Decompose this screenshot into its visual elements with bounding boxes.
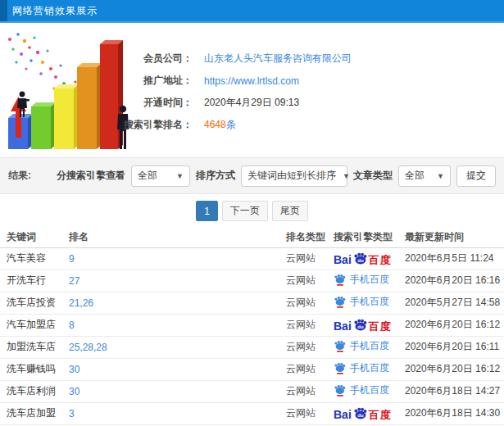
rank-count-value: 4648条: [204, 118, 236, 132]
mobile-baidu-paw-icon: [334, 340, 346, 352]
baidu-logo-cn-text: 百度: [369, 321, 392, 332]
submit-button[interactable]: 提交: [456, 165, 496, 187]
promo-url-link[interactable]: https://www.lrtlsd.com: [204, 75, 299, 87]
info-row-open-time: 开通时间： 2020年4月29日 09:13: [115, 92, 500, 114]
rank-type-cell: 云网站: [283, 336, 330, 358]
open-time-value: 2020年4月29日 09:13: [204, 96, 299, 110]
updated-cell: 2020年6月20日 16:16: [402, 270, 504, 292]
rank-cell: 21,26: [66, 292, 283, 314]
result-label: 结果:: [8, 169, 31, 183]
table-row: 洗车店加盟 3 云网站 Bai du 百度: [0, 402, 504, 424]
mobile-baidu-badge: 手机百度: [334, 361, 389, 375]
engine-cell: Bai du 百度: [330, 336, 402, 358]
baidu-logo: Bai du 百度: [334, 252, 392, 265]
table-row: 洗车赚钱吗 30 云网站 Bai du 百度: [0, 358, 504, 380]
updated-cell: 2020年6月20日 16:11: [402, 336, 504, 358]
rank-cell: 25,28,28: [66, 336, 283, 358]
baidu-logo-bai-text: Bai: [334, 254, 352, 265]
page-1-button[interactable]: 1: [196, 201, 218, 221]
rank-cell: 9: [66, 247, 283, 270]
article-type-value: 全部: [405, 169, 425, 183]
table-header-row: 关键词 排名 排名类型 搜索引擎类型 最新更新时间: [0, 228, 504, 247]
last-page-button[interactable]: 尾页: [272, 201, 308, 221]
keyword-cell: 开洗车行: [0, 270, 66, 292]
table-row: 加盟洗车店 25,28,28 云网站 Bai du 百度: [0, 336, 504, 358]
chevron-down-icon: ▼: [176, 172, 184, 180]
sort-label: 排序方式: [196, 169, 235, 183]
table-row: 汽车美容 9 云网站 Bai du 百度: [0, 247, 504, 270]
mobile-baidu-label: 手机百度: [350, 339, 389, 353]
baidu-paw-icon: du: [352, 407, 368, 421]
baidu-paw-icon: du: [352, 252, 368, 266]
mobile-baidu-badge: 手机百度: [334, 273, 389, 287]
company-label: 会员公司：: [115, 52, 193, 66]
engine-filter-select[interactable]: 全部 ▼: [131, 165, 190, 187]
keyword-cell: 加盟洗车店: [0, 336, 66, 358]
growth-bars-illustration-svg: [2, 26, 131, 154]
filter-controls: 分搜索引擎查看 全部 ▼ 排序方式 关键词由短到长排序 ▼ 文章类型 全部 ▼ …: [57, 165, 496, 187]
baidu-paw-icon: du: [352, 319, 368, 333]
rank-cell: 27: [66, 270, 283, 292]
chevron-down-icon: ▼: [343, 172, 350, 180]
mobile-baidu-label: 手机百度: [350, 273, 389, 287]
rank-cell: 8: [66, 314, 283, 336]
baidu-logo: Bai du 百度: [334, 318, 392, 332]
rank-count-suffix: 条: [226, 119, 236, 130]
table-row: 开洗车行 27 云网站 Bai du 百度: [0, 270, 504, 292]
info-row-rank-count: 搜索引擎排名： 4648条: [115, 114, 500, 136]
rank-type-header: 排名类型: [283, 228, 330, 247]
updated-cell: 2020年6月5日 11:24: [402, 247, 504, 270]
page-title: 网络营销效果展示: [12, 4, 98, 18]
bar-orange: [77, 63, 102, 149]
engine-cell: Bai du 百度: [330, 247, 402, 270]
svg-text:du: du: [357, 257, 364, 262]
company-name-link[interactable]: 山东老人头汽车服务咨询有限公司: [204, 52, 352, 66]
article-type-label: 文章类型: [353, 169, 393, 183]
baidu-logo-bai-text: Bai: [334, 409, 352, 420]
mobile-baidu-label: 手机百度: [350, 383, 389, 397]
table-row: 洗车店利润 30 云网站 Bai du 百度: [0, 380, 504, 402]
info-row-url: 推广地址： https://www.lrtlsd.com: [115, 70, 500, 92]
mobile-baidu-badge: 手机百度: [334, 383, 389, 397]
mobile-baidu-label: 手机百度: [350, 361, 389, 375]
sort-value: 关键词由短到长排序: [247, 169, 336, 183]
top-section: 会员公司： 山东老人头汽车服务咨询有限公司 推广地址： https://www.…: [0, 23, 504, 157]
mobile-baidu-label: 手机百度: [350, 295, 389, 309]
table-row: 洗车店投资 21,26 云网站 Bai du 百度: [0, 292, 504, 314]
next-page-button[interactable]: 下一页: [222, 201, 268, 221]
rank-type-cell: 云网站: [283, 292, 330, 314]
bar-green: [31, 102, 56, 149]
mobile-baidu-paw-icon: [334, 362, 346, 374]
rank-type-cell: 云网站: [283, 402, 330, 424]
engine-cell: Bai du 百度: [330, 292, 402, 314]
rank-type-cell: 云网站: [283, 270, 330, 292]
member-info-panel: 会员公司： 山东老人头汽车服务咨询有限公司 推广地址： https://www.…: [115, 48, 500, 136]
rank-count-label: 搜索引擎排名：: [115, 118, 193, 132]
rank-cell: 30: [66, 358, 283, 380]
table-row: 汽车加盟店 8 云网站 Bai du 百度: [0, 314, 504, 336]
svg-text:du: du: [357, 324, 364, 329]
mobile-baidu-badge: 手机百度: [334, 339, 389, 353]
updated-cell: 2020年6月20日 16:12: [402, 314, 504, 336]
promo-url-label: 推广地址：: [115, 74, 193, 88]
keyword-header: 关键词: [0, 228, 66, 247]
chevron-down-icon: ▼: [437, 172, 444, 180]
engine-cell: Bai du 百度: [330, 358, 402, 380]
keyword-cell: 汽车加盟店: [0, 314, 66, 336]
results-table: 关键词 排名 排名类型 搜索引擎类型 最新更新时间 汽车美容 9 云网站 Bai: [0, 228, 504, 425]
updated-cell: 2020年5月27日 14:58: [402, 292, 504, 314]
sort-select[interactable]: 关键词由短到长排序 ▼: [241, 165, 347, 187]
svg-text:du: du: [357, 412, 364, 417]
engine-filter-value: 全部: [138, 169, 157, 183]
engine-cell: Bai du 百度: [330, 314, 402, 336]
engine-cell: Bai du 百度: [330, 270, 402, 292]
updated-header: 最新更新时间: [402, 228, 504, 247]
open-time-label: 开通时间：: [115, 96, 193, 110]
keyword-cell: 洗车赚钱吗: [0, 358, 66, 380]
article-type-select[interactable]: 全部 ▼: [398, 165, 451, 187]
baidu-logo-cn-text: 百度: [369, 410, 392, 420]
keyword-cell: 洗车店投资: [0, 292, 66, 314]
engine-filter-label: 分搜索引擎查看: [57, 169, 125, 183]
baidu-logo: Bai du 百度: [334, 406, 392, 420]
baidu-logo-bai-text: Bai: [334, 320, 352, 332]
